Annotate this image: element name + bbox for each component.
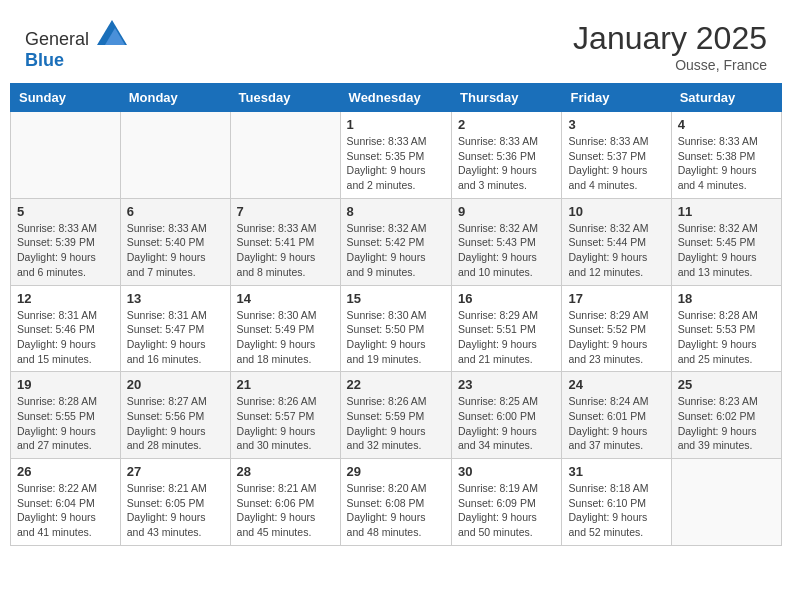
day-info: Sunrise: 8:25 AM Sunset: 6:00 PM Dayligh… xyxy=(458,394,555,453)
calendar-cell: 2Sunrise: 8:33 AM Sunset: 5:36 PM Daylig… xyxy=(452,112,562,199)
calendar-cell: 15Sunrise: 8:30 AM Sunset: 5:50 PM Dayli… xyxy=(340,285,451,372)
calendar-cell: 7Sunrise: 8:33 AM Sunset: 5:41 PM Daylig… xyxy=(230,198,340,285)
calendar-cell: 3Sunrise: 8:33 AM Sunset: 5:37 PM Daylig… xyxy=(562,112,671,199)
day-number: 4 xyxy=(678,117,775,132)
day-info: Sunrise: 8:33 AM Sunset: 5:35 PM Dayligh… xyxy=(347,134,445,193)
day-info: Sunrise: 8:20 AM Sunset: 6:08 PM Dayligh… xyxy=(347,481,445,540)
day-info: Sunrise: 8:31 AM Sunset: 5:46 PM Dayligh… xyxy=(17,308,114,367)
calendar-cell: 22Sunrise: 8:26 AM Sunset: 5:59 PM Dayli… xyxy=(340,372,451,459)
day-number: 5 xyxy=(17,204,114,219)
calendar-week-row: 19Sunrise: 8:28 AM Sunset: 5:55 PM Dayli… xyxy=(11,372,782,459)
calendar-cell: 24Sunrise: 8:24 AM Sunset: 6:01 PM Dayli… xyxy=(562,372,671,459)
weekday-header-sunday: Sunday xyxy=(11,84,121,112)
day-info: Sunrise: 8:26 AM Sunset: 5:59 PM Dayligh… xyxy=(347,394,445,453)
calendar-week-row: 12Sunrise: 8:31 AM Sunset: 5:46 PM Dayli… xyxy=(11,285,782,372)
calendar-week-row: 5Sunrise: 8:33 AM Sunset: 5:39 PM Daylig… xyxy=(11,198,782,285)
calendar-cell: 13Sunrise: 8:31 AM Sunset: 5:47 PM Dayli… xyxy=(120,285,230,372)
day-info: Sunrise: 8:28 AM Sunset: 5:53 PM Dayligh… xyxy=(678,308,775,367)
day-info: Sunrise: 8:18 AM Sunset: 6:10 PM Dayligh… xyxy=(568,481,664,540)
calendar-cell: 8Sunrise: 8:32 AM Sunset: 5:42 PM Daylig… xyxy=(340,198,451,285)
logo: General Blue xyxy=(25,20,127,71)
day-number: 30 xyxy=(458,464,555,479)
calendar-week-row: 1Sunrise: 8:33 AM Sunset: 5:35 PM Daylig… xyxy=(11,112,782,199)
day-number: 2 xyxy=(458,117,555,132)
day-number: 24 xyxy=(568,377,664,392)
day-info: Sunrise: 8:33 AM Sunset: 5:38 PM Dayligh… xyxy=(678,134,775,193)
calendar-cell: 29Sunrise: 8:20 AM Sunset: 6:08 PM Dayli… xyxy=(340,459,451,546)
weekday-header-monday: Monday xyxy=(120,84,230,112)
day-number: 21 xyxy=(237,377,334,392)
calendar-cell: 10Sunrise: 8:32 AM Sunset: 5:44 PM Dayli… xyxy=(562,198,671,285)
calendar-cell: 21Sunrise: 8:26 AM Sunset: 5:57 PM Dayli… xyxy=(230,372,340,459)
day-number: 14 xyxy=(237,291,334,306)
day-info: Sunrise: 8:23 AM Sunset: 6:02 PM Dayligh… xyxy=(678,394,775,453)
logo-icon xyxy=(97,20,127,45)
day-number: 1 xyxy=(347,117,445,132)
calendar-cell: 23Sunrise: 8:25 AM Sunset: 6:00 PM Dayli… xyxy=(452,372,562,459)
calendar-cell: 14Sunrise: 8:30 AM Sunset: 5:49 PM Dayli… xyxy=(230,285,340,372)
calendar-cell: 28Sunrise: 8:21 AM Sunset: 6:06 PM Dayli… xyxy=(230,459,340,546)
day-info: Sunrise: 8:33 AM Sunset: 5:36 PM Dayligh… xyxy=(458,134,555,193)
day-info: Sunrise: 8:33 AM Sunset: 5:39 PM Dayligh… xyxy=(17,221,114,280)
calendar-cell xyxy=(120,112,230,199)
calendar-cell: 27Sunrise: 8:21 AM Sunset: 6:05 PM Dayli… xyxy=(120,459,230,546)
day-number: 19 xyxy=(17,377,114,392)
calendar-cell: 6Sunrise: 8:33 AM Sunset: 5:40 PM Daylig… xyxy=(120,198,230,285)
day-number: 10 xyxy=(568,204,664,219)
day-number: 31 xyxy=(568,464,664,479)
day-info: Sunrise: 8:32 AM Sunset: 5:45 PM Dayligh… xyxy=(678,221,775,280)
day-number: 6 xyxy=(127,204,224,219)
weekday-header-tuesday: Tuesday xyxy=(230,84,340,112)
day-number: 23 xyxy=(458,377,555,392)
calendar-cell: 26Sunrise: 8:22 AM Sunset: 6:04 PM Dayli… xyxy=(11,459,121,546)
logo-general: General xyxy=(25,29,89,49)
weekday-header-row: SundayMondayTuesdayWednesdayThursdayFrid… xyxy=(11,84,782,112)
logo-blue: Blue xyxy=(25,50,64,70)
page-header: General Blue January 2025 Ousse, France xyxy=(10,10,782,78)
title-section: January 2025 Ousse, France xyxy=(573,20,767,73)
location: Ousse, France xyxy=(573,57,767,73)
day-number: 3 xyxy=(568,117,664,132)
calendar-cell: 25Sunrise: 8:23 AM Sunset: 6:02 PM Dayli… xyxy=(671,372,781,459)
weekday-header-thursday: Thursday xyxy=(452,84,562,112)
month-title: January 2025 xyxy=(573,20,767,57)
day-info: Sunrise: 8:21 AM Sunset: 6:05 PM Dayligh… xyxy=(127,481,224,540)
calendar: SundayMondayTuesdayWednesdayThursdayFrid… xyxy=(10,83,782,546)
day-number: 18 xyxy=(678,291,775,306)
calendar-cell xyxy=(230,112,340,199)
day-number: 15 xyxy=(347,291,445,306)
calendar-cell: 31Sunrise: 8:18 AM Sunset: 6:10 PM Dayli… xyxy=(562,459,671,546)
calendar-cell: 11Sunrise: 8:32 AM Sunset: 5:45 PM Dayli… xyxy=(671,198,781,285)
day-number: 17 xyxy=(568,291,664,306)
calendar-cell: 9Sunrise: 8:32 AM Sunset: 5:43 PM Daylig… xyxy=(452,198,562,285)
weekday-header-saturday: Saturday xyxy=(671,84,781,112)
day-info: Sunrise: 8:30 AM Sunset: 5:50 PM Dayligh… xyxy=(347,308,445,367)
calendar-cell: 12Sunrise: 8:31 AM Sunset: 5:46 PM Dayli… xyxy=(11,285,121,372)
day-number: 29 xyxy=(347,464,445,479)
calendar-cell: 17Sunrise: 8:29 AM Sunset: 5:52 PM Dayli… xyxy=(562,285,671,372)
calendar-cell: 1Sunrise: 8:33 AM Sunset: 5:35 PM Daylig… xyxy=(340,112,451,199)
day-info: Sunrise: 8:33 AM Sunset: 5:41 PM Dayligh… xyxy=(237,221,334,280)
day-number: 20 xyxy=(127,377,224,392)
day-info: Sunrise: 8:21 AM Sunset: 6:06 PM Dayligh… xyxy=(237,481,334,540)
calendar-cell: 19Sunrise: 8:28 AM Sunset: 5:55 PM Dayli… xyxy=(11,372,121,459)
day-number: 8 xyxy=(347,204,445,219)
calendar-cell: 20Sunrise: 8:27 AM Sunset: 5:56 PM Dayli… xyxy=(120,372,230,459)
day-number: 22 xyxy=(347,377,445,392)
day-number: 13 xyxy=(127,291,224,306)
day-info: Sunrise: 8:22 AM Sunset: 6:04 PM Dayligh… xyxy=(17,481,114,540)
day-info: Sunrise: 8:29 AM Sunset: 5:52 PM Dayligh… xyxy=(568,308,664,367)
weekday-header-wednesday: Wednesday xyxy=(340,84,451,112)
day-info: Sunrise: 8:19 AM Sunset: 6:09 PM Dayligh… xyxy=(458,481,555,540)
day-number: 11 xyxy=(678,204,775,219)
day-info: Sunrise: 8:32 AM Sunset: 5:42 PM Dayligh… xyxy=(347,221,445,280)
day-info: Sunrise: 8:27 AM Sunset: 5:56 PM Dayligh… xyxy=(127,394,224,453)
day-info: Sunrise: 8:32 AM Sunset: 5:43 PM Dayligh… xyxy=(458,221,555,280)
day-info: Sunrise: 8:30 AM Sunset: 5:49 PM Dayligh… xyxy=(237,308,334,367)
day-number: 16 xyxy=(458,291,555,306)
calendar-week-row: 26Sunrise: 8:22 AM Sunset: 6:04 PM Dayli… xyxy=(11,459,782,546)
day-info: Sunrise: 8:28 AM Sunset: 5:55 PM Dayligh… xyxy=(17,394,114,453)
calendar-cell: 18Sunrise: 8:28 AM Sunset: 5:53 PM Dayli… xyxy=(671,285,781,372)
calendar-cell: 5Sunrise: 8:33 AM Sunset: 5:39 PM Daylig… xyxy=(11,198,121,285)
day-number: 7 xyxy=(237,204,334,219)
